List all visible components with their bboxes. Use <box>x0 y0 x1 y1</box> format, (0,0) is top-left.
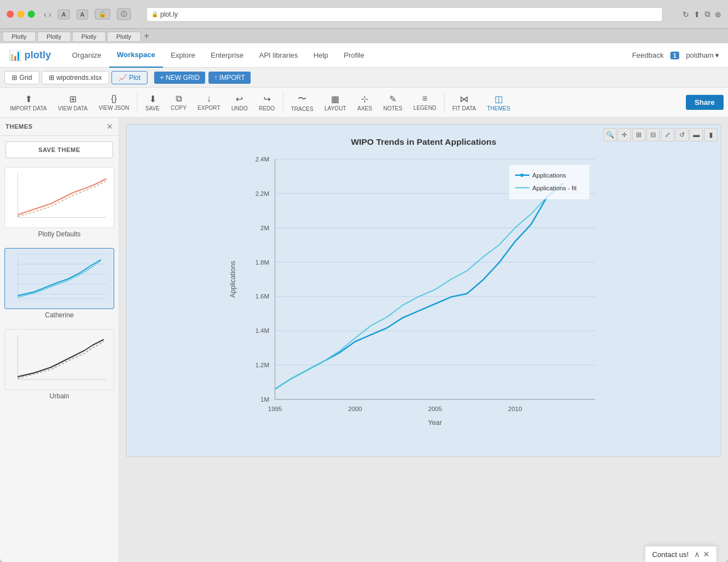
traces-button[interactable]: 〜 TRACES <box>286 91 319 114</box>
divider-2 <box>283 93 283 113</box>
traffic-lights <box>7 11 35 18</box>
undo-button[interactable]: ↩ UNDO <box>226 92 253 114</box>
info-btn[interactable]: 🔒 <box>95 9 110 19</box>
toolbar-group-4: ⋈ FIT DATA ◫ THEMES <box>447 92 516 114</box>
tabs-icon[interactable]: ⧉ <box>705 9 710 19</box>
themes-title: THEMES <box>6 123 33 130</box>
divider-1 <box>137 93 138 113</box>
save-button[interactable]: ⬇ SAVE <box>140 92 165 114</box>
theme-urbain-name: Urbain <box>4 390 114 403</box>
notification-badge[interactable]: 1 <box>670 52 679 59</box>
browser-tab-2[interactable]: Plotly <box>37 32 71 41</box>
url-text: plot.ly <box>160 11 177 18</box>
dropdown-icon: ▾ <box>715 51 719 59</box>
reset-axes-btn[interactable]: ↺ <box>675 128 689 141</box>
zoom-in-btn[interactable]: ⊞ <box>632 128 645 141</box>
svg-rect-11 <box>7 330 112 390</box>
chart-svg: WIPO Trends in Patent Applications <box>126 125 721 457</box>
new-grid-button[interactable]: + NEW GRID <box>154 72 205 84</box>
notes-icon: ✎ <box>389 94 396 104</box>
svg-text:Applications: Applications <box>229 261 237 298</box>
font-btn[interactable]: A <box>77 9 88 19</box>
nav-profile[interactable]: Profile <box>336 43 372 68</box>
legend-button[interactable]: ≡ LEGEND <box>408 92 442 113</box>
export-button[interactable]: ↓ EXPORT <box>192 92 226 113</box>
tab-grid[interactable]: ⊞ Grid <box>4 71 39 84</box>
svg-text:1.6M: 1.6M <box>255 293 269 300</box>
fit-data-button[interactable]: ⋈ FIT DATA <box>447 92 482 114</box>
svg-rect-3 <box>7 249 112 309</box>
svg-text:2000: 2000 <box>348 406 362 412</box>
toggle-spike-btn[interactable]: ▬ <box>690 128 703 141</box>
share-button[interactable]: Share <box>686 95 724 110</box>
autoscale-btn[interactable]: ⤢ <box>661 128 674 141</box>
nav-organize[interactable]: Organize <box>64 43 109 68</box>
svg-point-41 <box>520 174 523 177</box>
nav-enterprise[interactable]: Enterprise <box>203 43 251 68</box>
nav-explore[interactable]: Explore <box>163 43 203 68</box>
maximize-button[interactable] <box>28 11 35 18</box>
themes-button[interactable]: ◫ THEMES <box>482 92 516 114</box>
tab-xlsx[interactable]: ⊞ wipotrends.xlsx <box>42 71 109 84</box>
zoom-out-btn[interactable]: ⊟ <box>646 128 660 141</box>
axes-button[interactable]: ⊹ AXES <box>352 92 378 114</box>
feedback-button[interactable]: Feedback <box>632 51 664 59</box>
divider-3 <box>444 93 445 113</box>
contact-close-button[interactable]: ✕ <box>703 550 710 559</box>
view-data-button[interactable]: ⊞ VIEW DATA <box>53 92 94 114</box>
notes-button[interactable]: ✎ NOTES <box>378 92 408 114</box>
copy-button[interactable]: ⧉ COPY <box>165 92 192 113</box>
nav-help[interactable]: Help <box>306 43 336 68</box>
themes-close-button[interactable]: ✕ <box>106 122 113 131</box>
theme-urbain[interactable]: Urbain <box>4 329 114 403</box>
minimize-button[interactable] <box>17 11 24 18</box>
import-data-icon: ⬆ <box>25 94 32 104</box>
download-icon[interactable]: ⊕ <box>715 10 721 19</box>
svg-text:Applications: Applications <box>532 172 566 179</box>
svg-text:2005: 2005 <box>428 406 442 412</box>
share-icon[interactable]: ⬆ <box>694 10 700 19</box>
back-button[interactable]: ‹ <box>44 10 47 19</box>
username: poldham <box>686 51 714 59</box>
forward-button[interactable]: › <box>49 10 52 19</box>
view-json-button[interactable]: {} VIEW JSON <box>93 92 135 113</box>
browser-tab-4[interactable]: Plotly <box>107 32 141 41</box>
nav-arrows: ‹ › <box>44 10 51 19</box>
pan-btn[interactable]: ✛ <box>618 128 631 141</box>
theme-catherine[interactable]: Catherine <box>4 248 114 322</box>
tab-plot[interactable]: 📈 Plot <box>111 71 148 84</box>
zoom-btn[interactable]: 🔍 <box>603 128 617 141</box>
export-icon: ↓ <box>207 94 211 104</box>
import-button[interactable]: ↑ IMPORT <box>208 72 251 84</box>
bar-chart-btn[interactable]: ▮ <box>704 128 717 141</box>
browser-tab-3[interactable]: Plotly <box>72 32 106 41</box>
logo-text: plotly <box>24 49 51 61</box>
reader-btn[interactable]: A <box>58 9 69 19</box>
redo-button[interactable]: ↪ REDO <box>253 92 281 114</box>
axes-icon: ⊹ <box>361 94 368 104</box>
save-theme-button[interactable]: SAVE THEME <box>6 141 113 158</box>
import-data-button[interactable]: ⬆ IMPORT DATA <box>4 92 53 114</box>
traces-icon: 〜 <box>298 93 307 105</box>
layout-button[interactable]: ▦ LAYOUT <box>319 92 352 114</box>
address-bar[interactable]: 🔒 plot.ly <box>146 7 663 22</box>
theme-catherine-name: Catherine <box>4 309 114 322</box>
nav-api[interactable]: API libraries <box>251 43 306 68</box>
save-icon: ⬇ <box>149 94 156 104</box>
themes-header: THEMES ✕ <box>0 118 119 136</box>
theme-plotly-defaults[interactable]: Plotly Defaults <box>4 167 114 241</box>
undo-icon: ↩ <box>236 94 243 104</box>
file-tabs: ⊞ Grid ⊞ wipotrends.xlsx 📈 Plot + NEW GR… <box>0 68 728 88</box>
svg-rect-0 <box>7 168 112 228</box>
refresh-button[interactable]: ↻ <box>683 10 689 19</box>
info2-btn[interactable]: ⓘ <box>117 8 131 20</box>
user-menu[interactable]: poldham ▾ <box>686 51 719 59</box>
browser-tabs: Plotly Plotly Plotly Plotly + <box>0 29 728 43</box>
browser-tab-1[interactable]: Plotly <box>2 32 36 41</box>
contact-expand-button[interactable]: ∧ <box>694 550 700 559</box>
close-button[interactable] <box>7 11 14 18</box>
new-tab-button[interactable]: + <box>144 31 149 41</box>
nav-menu: Organize Workspace Explore Enterprise AP… <box>64 43 632 68</box>
contact-actions: ∧ ✕ <box>694 550 710 559</box>
nav-workspace[interactable]: Workspace <box>109 43 163 68</box>
